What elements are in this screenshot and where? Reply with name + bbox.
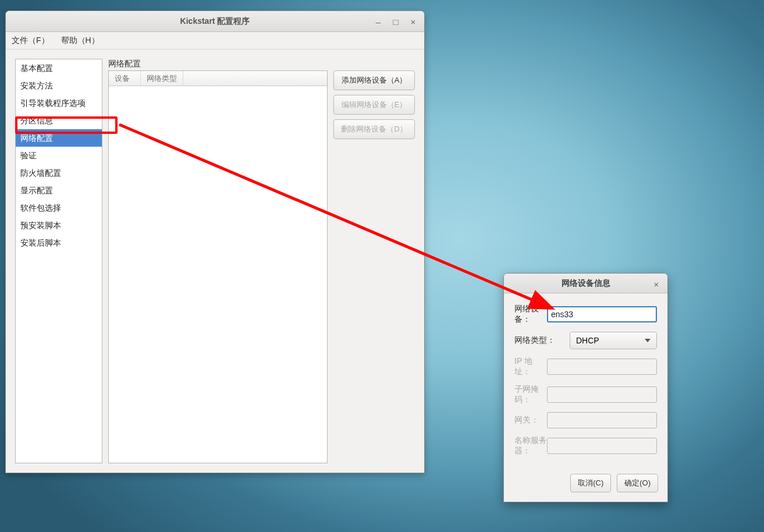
menu-file[interactable]: 文件（F） [12, 36, 49, 46]
sidebar-item-prescript[interactable]: 预安装脚本 [16, 217, 102, 234]
dns-input [547, 438, 657, 454]
label-gateway: 网关： [514, 415, 547, 425]
edit-device-button[interactable]: 编辑网络设备（E） [333, 95, 415, 115]
sidebar-item-install[interactable]: 安装方法 [16, 77, 102, 94]
table-header: 设备 网络类型 [109, 71, 327, 86]
network-device-dialog: 网络设备信息 × 网络设备： 网络类型： DHCP IP 地址： 子网掩码： 网… [503, 273, 668, 502]
sidebar-item-firewall[interactable]: 防火墙配置 [16, 164, 102, 182]
window-title: Kickstart 配置程序 [180, 16, 250, 27]
button-column: 添加网络设备（A） 编辑网络设备（E） 删除网络设备（D） [333, 70, 415, 463]
col-type[interactable]: 网络类型 [141, 71, 183, 86]
cancel-button[interactable]: 取消(C) [570, 474, 611, 492]
sidebar: 基本配置 安装方法 引导装载程序选项 分区信息 网络配置 验证 防火墙配置 显示… [15, 59, 102, 463]
dialog-close-button[interactable]: × [648, 276, 665, 292]
chevron-down-icon [645, 339, 651, 342]
section-title: 网络配置 [108, 59, 415, 70]
maximize-button[interactable]: □ [387, 13, 404, 30]
mask-input [547, 386, 657, 403]
sidebar-item-postscript[interactable]: 安装后脚本 [16, 234, 102, 251]
sidebar-item-bootloader[interactable]: 引导装载程序选项 [16, 94, 102, 112]
window-controls: – □ × [369, 11, 422, 32]
label-device: 网络设备： [514, 304, 547, 325]
label-ip: IP 地址： [514, 356, 547, 377]
minimize-button[interactable]: – [369, 13, 387, 30]
delete-device-button[interactable]: 删除网络设备（D） [333, 119, 415, 139]
type-combo-value: DHCP [576, 336, 599, 345]
sidebar-item-auth[interactable]: 验证 [16, 147, 102, 164]
ip-input [547, 359, 657, 375]
type-combo[interactable]: DHCP [570, 332, 657, 349]
dialog-titlebar[interactable]: 网络设备信息 × [504, 274, 667, 293]
sidebar-item-display[interactable]: 显示配置 [16, 182, 102, 199]
sidebar-item-partition[interactable]: 分区信息 [16, 112, 102, 129]
sidebar-item-packages[interactable]: 软件包选择 [16, 199, 102, 217]
menubar: 文件（F） 帮助（H） [6, 32, 424, 49]
add-device-button[interactable]: 添加网络设备（A） [333, 70, 415, 90]
main-area: 网络配置 设备 网络类型 添加网络设备（A） 编辑网络设备（E） 删除网络设备（… [108, 59, 415, 463]
label-type: 网络类型： [514, 335, 570, 346]
device-input[interactable] [547, 306, 657, 322]
titlebar[interactable]: Kickstart 配置程序 – □ × [6, 11, 424, 32]
device-table[interactable]: 设备 网络类型 [108, 70, 328, 463]
gateway-input [547, 412, 657, 428]
ok-button[interactable]: 确定(O) [617, 474, 658, 492]
sidebar-item-basic[interactable]: 基本配置 [16, 59, 102, 77]
label-dns: 名称服务器： [514, 435, 547, 456]
main-window: Kickstart 配置程序 – □ × 文件（F） 帮助（H） 基本配置 安装… [5, 10, 425, 473]
dialog-title: 网络设备信息 [562, 278, 610, 289]
sidebar-item-network[interactable]: 网络配置 [16, 129, 102, 147]
dialog-actions: 取消(C) 确定(O) [504, 469, 667, 502]
window-body: 基本配置 安装方法 引导装载程序选项 分区信息 网络配置 验证 防火墙配置 显示… [6, 49, 424, 473]
close-button[interactable]: × [404, 13, 422, 30]
col-device[interactable]: 设备 [109, 71, 141, 86]
label-mask: 子网掩码： [514, 384, 547, 405]
menu-help[interactable]: 帮助（H） [61, 36, 100, 46]
dialog-body: 网络设备： 网络类型： DHCP IP 地址： 子网掩码： 网关： 名称服务器： [504, 293, 667, 469]
